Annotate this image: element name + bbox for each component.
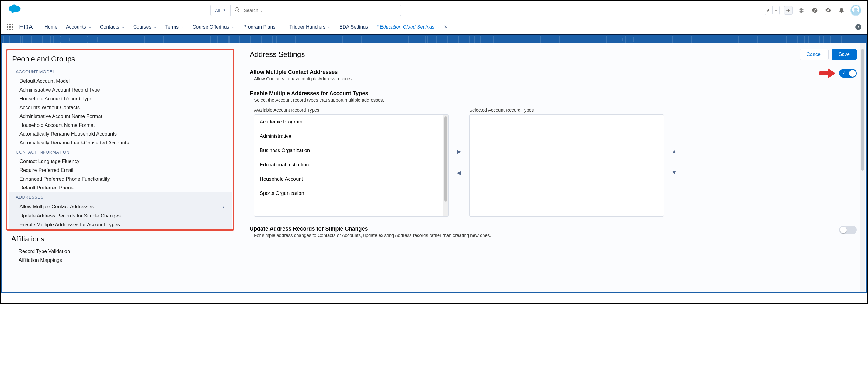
nav-tab[interactable]: EDA Settings [339,24,368,30]
caret-down-icon: ▼ [223,8,226,12]
sidebar-item[interactable]: Default Account Model [8,76,232,86]
cancel-button[interactable]: Cancel [800,49,829,60]
scrollbar-thumb[interactable] [444,117,447,202]
setting-enable-types-title: Enable Multiple Addresses for Account Ty… [250,90,569,97]
sidebar-item-label: Administrative Account Record Type [20,87,100,93]
nav-tab-label: Accounts [66,24,86,30]
sidebar-item[interactable]: Allow Multiple Contact Addresses› [8,202,232,211]
context-nav-bar: EDA HomeAccounts⌄Contacts⌄Courses⌄Terms⌄… [1,20,867,35]
chevron-down-icon: ⌄ [122,25,125,29]
sidebar-item[interactable]: Affiliation Mappings [8,256,232,265]
close-icon[interactable]: ✕ [444,24,448,30]
nav-tab[interactable]: Trigger Handlers⌄ [289,24,331,30]
nav-tab-label: Contacts [100,24,119,30]
sidebar-item[interactable]: Default Preferred Phone [8,183,232,192]
search-input[interactable] [244,8,397,13]
chevron-down-icon: ⌄ [437,25,440,29]
available-list[interactable]: Academic ProgramAdministrativeBusiness O… [254,114,448,217]
chevron-down-icon: ⌄ [278,25,281,29]
sidebar-item[interactable]: Require Preferred Email [8,166,232,175]
settings-sidebar: People and Groups ACCOUNT MODELDefault A… [2,43,239,292]
nav-tab[interactable]: Courses⌄ [133,24,157,30]
selected-list[interactable] [469,114,664,217]
sidebar-item-label: Contact Language Fluency [20,158,80,164]
sidebar-item[interactable]: Record Type Validation [8,247,232,256]
dual-listbox: Available Account Record Types Academic … [250,107,857,217]
search-scope-dropdown[interactable]: All ▼ [211,5,230,16]
page-header-background [2,36,866,43]
search-box[interactable] [230,5,401,16]
nav-tab[interactable]: * Education Cloud Settings⌄✕ [376,24,447,30]
avatar[interactable] [850,5,861,16]
toggle-allow-multiple-addresses[interactable] [839,69,857,78]
info-icon[interactable]: i [855,24,861,30]
nav-tab[interactable]: Course Offerings⌄ [192,24,235,30]
sidebar-item[interactable]: Automatically Rename Household Accounts [8,129,232,138]
nav-tab-label: Trigger Handlers [289,24,326,30]
list-item[interactable]: Educational Institution [254,157,448,172]
sidebar-item[interactable]: Household Account Record Type [8,94,232,103]
sidebar-item[interactable]: Enhanced Preferred Phone Functionality [8,175,232,183]
gear-icon[interactable] [824,6,833,15]
question-icon[interactable] [810,6,819,15]
app-name: EDA [19,23,33,31]
sidebar-item[interactable]: Household Account Name Format [8,121,232,129]
nav-tab-label: Courses [133,24,151,30]
move-up-icon[interactable]: ▲ [672,148,677,155]
list-item[interactable]: Household Account [254,172,448,186]
sidebar-item-label: Automatically Rename Household Accounts [20,131,117,137]
move-down-icon[interactable]: ▼ [672,169,677,176]
sidebar-item[interactable]: Administrative Account Name Format [8,112,232,121]
setting-update-simple-desc: For simple address changes to Contacts o… [250,233,491,238]
sidebar-item[interactable]: Administrative Account Record Type [8,86,232,94]
list-item[interactable]: Academic Program [254,115,448,129]
nav-tab[interactable]: Home [44,24,58,30]
move-left-icon[interactable]: ◀ [457,169,461,176]
global-search: All ▼ [211,5,401,16]
scrollbar-track[interactable] [443,115,448,216]
sidebar-item-label: Household Account Record Type [20,96,92,101]
callout-arrow-icon [819,69,836,78]
sidebar-item-label: Enable Multiple Addresses for Account Ty… [20,222,120,227]
sidebar-item-label: Affiliation Mappings [19,257,62,263]
setting-update-simple-title: Update Address Records for Simple Change… [250,226,491,232]
sidebar-item-label: Require Preferred Email [20,167,73,173]
nav-tab[interactable]: Accounts⌄ [66,24,92,30]
caret-down-icon[interactable]: ▾ [772,6,779,14]
toggle-update-simple[interactable] [839,226,857,234]
list-item[interactable]: Administrative [254,129,448,143]
chevron-down-icon: ⌄ [328,25,331,29]
sidebar-item-label: Accounts Without Contacts [20,104,80,111]
sidebar-section-label: ACCOUNT MODEL [8,67,232,76]
nav-tab[interactable]: Program Plans⌄ [243,24,281,30]
app-launcher-icon[interactable] [7,24,13,30]
sidebar-item-label: Automatically Rename Lead-Converted Acco… [20,140,129,146]
scrollbar-track[interactable] [860,43,865,292]
bell-icon[interactable] [837,6,846,15]
favorites-split-button[interactable]: ★ ▾ [765,6,780,15]
sidebar-item[interactable]: Contact Language Fluency [8,157,232,166]
nav-tab-label: Home [44,24,58,30]
sidebar-section-label: CONTACT INFORMATION [8,147,232,157]
sidebar-item[interactable]: Automatically Rename Lead-Converted Acco… [8,138,232,147]
salesforce-help-icon[interactable] [797,6,806,15]
nav-tab-label: Program Plans [243,24,276,30]
list-item[interactable]: Business Organization [254,143,448,157]
star-icon[interactable]: ★ [765,6,772,14]
sidebar-item-label: Default Preferred Phone [20,185,73,191]
sidebar-item-label: Household Account Name Format [20,122,95,128]
sidebar-item[interactable]: Accounts Without Contacts [8,103,232,112]
chevron-down-icon: ⌄ [154,25,157,29]
list-item[interactable]: Sports Organization [254,186,448,200]
add-icon[interactable] [784,6,793,14]
nav-tab-label: * Education Cloud Settings [376,24,434,30]
move-right-icon[interactable]: ▶ [457,148,461,155]
scrollbar-thumb[interactable] [861,49,864,171]
save-button[interactable]: Save [832,49,857,60]
selected-list-label: Selected Account Record Types [469,107,664,113]
nav-tab[interactable]: Contacts⌄ [100,24,125,30]
sidebar-section-label: ADDRESSES [8,192,232,202]
sidebar-item[interactable]: Update Address Records for Simple Change… [8,211,232,220]
nav-tab[interactable]: Terms⌄ [165,24,184,30]
sidebar-item[interactable]: Enable Multiple Addresses for Account Ty… [8,220,232,229]
